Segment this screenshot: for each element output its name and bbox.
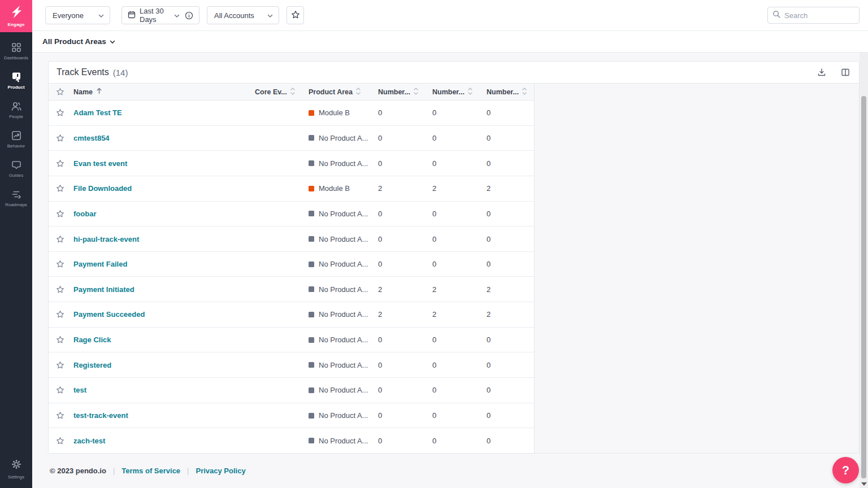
sidebar-item-guides[interactable]: Guides <box>0 154 32 183</box>
event-name-link[interactable]: zach-test <box>73 437 105 445</box>
scrollbar-down-arrow-icon[interactable] <box>861 482 867 486</box>
date-range-dropdown[interactable]: Last 30 Days <box>121 6 199 24</box>
number-cell-1: 0 <box>378 411 382 420</box>
segment-dropdown[interactable]: Everyone <box>45 6 110 24</box>
row-star-button[interactable] <box>56 285 64 294</box>
table-row[interactable]: Rage Click No Product A... 0 0 0 <box>49 328 534 353</box>
number-cell-3: 0 <box>487 235 491 243</box>
product-area-color-swatch <box>309 413 314 419</box>
table-row[interactable]: test-track-event No Product A... 0 0 0 <box>49 403 534 429</box>
info-icon[interactable] <box>185 11 193 20</box>
product-area-cell: No Product A... <box>319 411 368 420</box>
sidebar-item-roadmaps[interactable]: Roadmaps <box>0 183 32 212</box>
event-name-link[interactable]: cmtest854 <box>73 134 110 142</box>
save-filter-star-button[interactable] <box>287 6 304 24</box>
table-row[interactable]: Payment Initiated No Product A... 2 2 2 <box>49 277 534 302</box>
row-star-button[interactable] <box>56 310 64 319</box>
number-cell-3: 0 <box>487 260 491 268</box>
scrollbar-thumb[interactable] <box>861 96 866 478</box>
guides-bubble-icon <box>11 159 22 171</box>
event-name-link[interactable]: Registered <box>73 361 111 369</box>
product-area-cell: No Product A... <box>319 310 368 319</box>
row-star-button[interactable] <box>56 134 64 142</box>
product-area-color-swatch <box>309 135 314 141</box>
product-area-color-swatch <box>309 312 314 317</box>
sidebar-item-label: Settings <box>8 474 24 480</box>
event-name-link[interactable]: foobar <box>73 210 96 218</box>
event-name-link[interactable]: test <box>73 386 86 394</box>
search-input[interactable] <box>784 11 847 20</box>
event-name-link[interactable]: Rage Click <box>73 336 111 344</box>
event-name-link[interactable]: hi-paul-track-event <box>73 235 139 243</box>
help-button[interactable]: ? <box>832 457 859 483</box>
table-row[interactable]: Registered No Product A... 0 0 0 <box>49 352 534 378</box>
table-row[interactable]: hi-paul-track-event No Product A... 0 0 … <box>49 226 534 252</box>
number-cell-2: 0 <box>432 235 436 243</box>
sidebar-item-dashboards[interactable]: Dashboards <box>0 36 32 66</box>
row-star-button[interactable] <box>56 361 64 369</box>
event-name-link[interactable]: Payment Failed <box>73 260 127 268</box>
row-star-button[interactable] <box>56 159 64 168</box>
row-star-button[interactable] <box>56 386 64 394</box>
table-row[interactable]: Evan test event No Product A... 0 0 0 <box>49 151 534 176</box>
table-header-row: Name Core Ev... Product Area <box>49 84 534 101</box>
event-name-link[interactable]: Evan test event <box>73 159 127 168</box>
number-cell-1: 0 <box>378 361 382 369</box>
row-star-button[interactable] <box>56 235 64 243</box>
number-cell-3: 0 <box>487 437 491 445</box>
product-areas-dropdown[interactable]: All Product Areas <box>42 37 115 46</box>
event-name-link[interactable]: Payment Initiated <box>73 285 134 294</box>
header-name[interactable]: Name <box>73 88 255 96</box>
number-cell-1: 0 <box>378 336 382 344</box>
product-area-cell: No Product A... <box>319 260 368 268</box>
product-areas-bar: All Product Areas <box>32 31 868 53</box>
table-row[interactable]: test No Product A... 0 0 0 <box>49 378 534 403</box>
manage-columns-button[interactable] <box>840 67 851 78</box>
track-events-table: Name Core Ev... Product Area <box>49 84 535 453</box>
number-cell-1: 0 <box>378 159 382 168</box>
event-name-link[interactable]: Adam Test TE <box>73 108 122 117</box>
accounts-dropdown[interactable]: All Accounts <box>207 6 279 24</box>
terms-of-service-link[interactable]: Terms of Service <box>121 467 180 475</box>
header-product-area[interactable]: Product Area <box>309 88 378 97</box>
header-star[interactable] <box>49 88 73 96</box>
row-star-button[interactable] <box>56 184 64 193</box>
product-chart-cursor-icon <box>11 71 22 82</box>
table-row[interactable]: cmtest854 No Product A... 0 0 0 <box>49 126 534 151</box>
row-star-button[interactable] <box>56 108 64 117</box>
engage-logo[interactable]: Engage <box>0 0 32 32</box>
header-core-events[interactable]: Core Ev... <box>255 88 309 97</box>
sidebar-item-people[interactable]: People <box>0 95 32 124</box>
row-star-button[interactable] <box>56 210 64 218</box>
event-name-link[interactable]: File Downloaded <box>73 184 132 193</box>
sidebar-item-settings[interactable]: Settings <box>0 454 32 483</box>
row-star-button[interactable] <box>56 437 64 445</box>
number-cell-1: 0 <box>378 235 382 243</box>
number-cell-3: 0 <box>487 411 491 420</box>
download-button[interactable] <box>816 67 827 78</box>
number-cell-1: 2 <box>378 285 382 294</box>
row-star-button[interactable] <box>56 336 64 344</box>
event-name-link[interactable]: Payment Succeeded <box>73 310 145 319</box>
page-footer: © 2023 pendo.io | Terms of Service | Pri… <box>48 454 860 487</box>
product-area-color-swatch <box>309 186 314 191</box>
header-number-3[interactable]: Number... <box>487 88 532 97</box>
sidebar-item-product[interactable]: Product <box>0 66 32 95</box>
product-area-cell: Module B <box>319 108 350 117</box>
table-row[interactable]: Payment Succeeded No Product A... 2 2 2 <box>49 302 534 328</box>
row-star-button[interactable] <box>56 260 64 268</box>
table-row[interactable]: zach-test No Product A... 0 0 0 <box>49 428 534 453</box>
privacy-policy-link[interactable]: Privacy Policy <box>196 467 245 475</box>
number-cell-3: 0 <box>487 210 491 218</box>
table-row[interactable]: Adam Test TE Module B 0 0 0 <box>49 101 534 126</box>
table-row[interactable]: File Downloaded Module B 2 2 2 <box>49 176 534 202</box>
event-name-link[interactable]: test-track-event <box>73 411 128 420</box>
number-cell-2: 2 <box>432 184 436 193</box>
sidebar-item-behavior[interactable]: Behavior <box>0 124 32 154</box>
date-range-value: Last 30 Days <box>140 7 170 24</box>
header-number-1[interactable]: Number... <box>378 88 432 97</box>
row-star-button[interactable] <box>56 411 64 420</box>
table-row[interactable]: foobar No Product A... 0 0 0 <box>49 202 534 227</box>
header-number-2[interactable]: Number... <box>432 88 487 97</box>
table-row[interactable]: Payment Failed No Product A... 0 0 0 <box>49 252 534 277</box>
